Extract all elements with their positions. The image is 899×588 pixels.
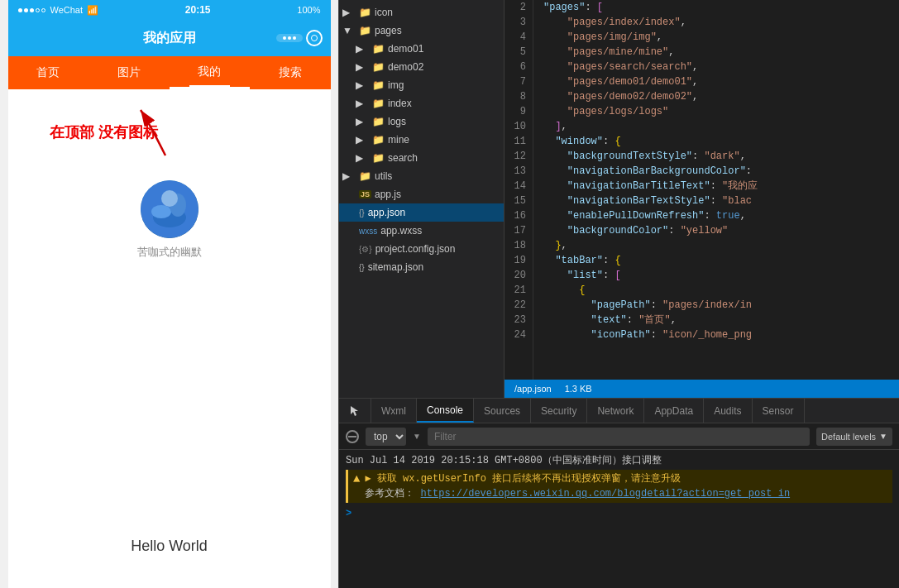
console-info-text: Sun Jul 14 2019 20:15:18 GMT+0800（中国标准时间… <box>346 453 662 468</box>
tab-sources[interactable]: Sources <box>474 399 531 423</box>
nav-title: 我的应用 <box>143 30 196 47</box>
folder-img-icon: 📁 <box>372 79 385 91</box>
tab-console[interactable]: Console <box>417 399 474 423</box>
chevron-logs-icon: ▶ <box>356 116 369 127</box>
console-message-info: Sun Jul 14 2019 20:15:18 GMT+0800（中国标准时间… <box>346 453 892 468</box>
svg-point-6 <box>161 190 178 207</box>
tab-wxml[interactable]: Wxml <box>371 399 417 423</box>
tree-item-mine[interactable]: ▶ 📁 mine <box>339 131 504 149</box>
folder-index-icon: 📁 <box>372 98 385 109</box>
clear-console-button[interactable] <box>346 430 359 443</box>
tree-label-img: img <box>388 79 404 91</box>
console-warning-sub: 参考文档： https://developers.weixin.qq.com/b… <box>365 486 790 501</box>
nav-camera-button[interactable] <box>306 30 323 46</box>
file-size: 1.3 KB <box>565 384 592 394</box>
console-toolbar: top ▼ Default levels ▼ <box>339 423 899 450</box>
console-panel: Wxml Console Sources Security Network Ap… <box>339 398 899 588</box>
tab-audits[interactable]: Audits <box>704 399 752 423</box>
dot3 <box>293 36 296 40</box>
content-bottom: Hello World <box>131 284 208 571</box>
tree-item-project-json[interactable]: {⚙} project.config.json <box>339 240 504 258</box>
tab-home[interactable]: 首页 <box>8 56 89 89</box>
folder-pages-icon: 📁 <box>359 25 371 36</box>
phone-simulator: WeChat 📶 20:15 100% 我的应用 <box>0 0 339 588</box>
console-prompt-line: > <box>346 506 892 521</box>
tab-security[interactable]: Security <box>531 399 587 423</box>
tree-item-logs[interactable]: ▶ 📁 logs <box>339 112 504 131</box>
tree-label-sitemap-json: sitemap.json <box>368 261 423 273</box>
js-badge: JS <box>359 190 371 198</box>
tree-item-demo02[interactable]: ▶ 📁 demo02 <box>339 58 504 76</box>
wxss-badge: wxss <box>359 227 377 236</box>
annotation-area: 在顶部 没有图标 <box>25 106 314 172</box>
signal-dot-4 <box>36 8 40 12</box>
code-editor: 23456 7891011 1213141516 1718192021 2223… <box>504 0 899 398</box>
chevron-demo02-icon: ▶ <box>356 61 369 73</box>
tree-item-utils[interactable]: ▶ 📁 utils <box>339 167 504 185</box>
tree-label-logs: logs <box>388 116 406 127</box>
console-tabs: Wxml Console Sources Security Network Ap… <box>339 399 899 423</box>
svg-point-4 <box>151 205 171 218</box>
file-tree: ▶ 📁 icon ▼ 📁 pages ▶ 📁 demo01 ▶ 📁 demo02 <box>339 0 504 398</box>
tree-label-app-js: app.js <box>375 189 401 200</box>
tab-network[interactable]: Network <box>587 399 644 423</box>
tree-item-demo01[interactable]: ▶ 📁 demo01 <box>339 40 504 58</box>
tab-mine[interactable]: 我的 <box>170 56 251 89</box>
status-carrier-area: WeChat 📶 <box>18 5 99 16</box>
tree-item-app-js[interactable]: JS app.js <box>339 185 504 203</box>
tree-item-pages[interactable]: ▼ 📁 pages <box>339 22 504 40</box>
nav-more-button[interactable] <box>276 34 303 42</box>
profile-name: 苦咖式的幽默 <box>137 245 202 260</box>
chevron-index-icon: ▶ <box>356 98 369 109</box>
config-badge: {⚙} <box>359 245 372 254</box>
folder-mine-icon: 📁 <box>372 134 385 146</box>
console-prompt[interactable]: > <box>346 506 351 521</box>
ide-top: ▶ 📁 icon ▼ 📁 pages ▶ 📁 demo01 ▶ 📁 demo02 <box>339 0 899 398</box>
sitemap-badge: {} <box>359 263 365 272</box>
tree-item-index[interactable]: ▶ 📁 index <box>339 94 504 112</box>
json-badge: {} <box>359 208 365 218</box>
tree-label-search: search <box>388 152 418 164</box>
signal-dot-1 <box>18 8 22 12</box>
tab-appdata[interactable]: AppData <box>644 399 704 423</box>
tab-img[interactable]: 图片 <box>88 56 170 89</box>
tab-sensor[interactable]: Sensor <box>753 399 805 423</box>
tree-item-sitemap-json[interactable]: {} sitemap.json <box>339 258 504 276</box>
tree-label-app-json: app.json <box>368 207 405 218</box>
tab-bar: 首页 图片 我的 搜索 <box>8 56 331 89</box>
tree-item-app-wxss[interactable]: wxss app.wxss <box>339 222 504 240</box>
tree-label-project-json: project.config.json <box>375 243 456 255</box>
tree-label-demo01: demo01 <box>388 43 423 55</box>
levels-chevron-icon: ▼ <box>879 432 887 441</box>
tree-label-demo02: demo02 <box>388 61 423 73</box>
folder-demo02-icon: 📁 <box>372 61 385 73</box>
tree-item-app-json[interactable]: {} app.json <box>339 203 504 222</box>
tree-label-app-wxss: app.wxss <box>380 225 422 237</box>
chevron-demo01-icon: ▶ <box>356 43 369 55</box>
default-levels-dropdown[interactable]: Default levels ▼ <box>816 428 892 446</box>
nav-actions <box>276 30 323 46</box>
console-link[interactable]: https://developers.weixin.qq.com/blogdet… <box>421 488 790 500</box>
signal-dot-5 <box>41 8 45 12</box>
tree-item-img[interactable]: ▶ 📁 img <box>339 76 504 94</box>
chevron-img-icon: ▶ <box>356 79 369 91</box>
tree-item-search[interactable]: ▶ 📁 search <box>339 149 504 167</box>
tree-item-icon[interactable]: ▶ 📁 icon <box>339 3 504 22</box>
carrier-name: WeChat <box>50 5 84 15</box>
console-warning-text: ▶ 获取 wx.getUserInfo 接口后续将不再出现授权弹窗，请注意升级 <box>365 471 790 486</box>
nav-bar: 我的应用 <box>8 20 331 56</box>
svg-marker-7 <box>351 406 358 416</box>
filter-input[interactable] <box>428 428 810 446</box>
camera-icon <box>311 35 318 41</box>
avatar-image <box>141 180 198 238</box>
console-output: Sun Jul 14 2019 20:15:18 GMT+0800（中国标准时间… <box>339 450 899 588</box>
cursor-icon <box>349 405 361 417</box>
tab-search[interactable]: 搜索 <box>250 56 331 89</box>
context-select[interactable]: top <box>366 428 406 446</box>
tab-cursor-tool[interactable] <box>339 399 371 423</box>
chevron-search-icon: ▶ <box>356 152 369 164</box>
phone-frame: WeChat 📶 20:15 100% 我的应用 <box>8 0 331 588</box>
context-dropdown-icon: ▼ <box>413 432 421 441</box>
signal-dots <box>18 8 45 12</box>
folder-demo01-icon: 📁 <box>372 43 385 55</box>
